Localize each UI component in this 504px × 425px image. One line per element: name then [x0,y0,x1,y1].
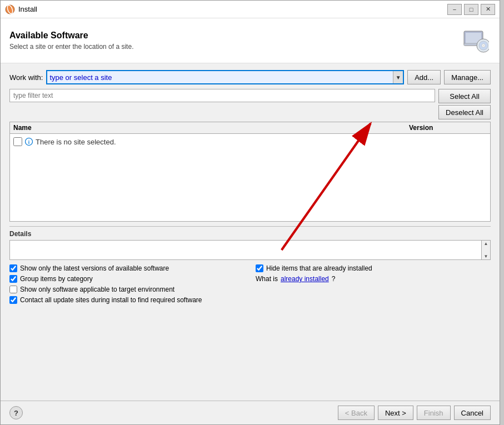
options-section: Show only the latest versions of availab… [9,264,491,304]
header-text: Available Software Select a site or ente… [9,31,460,51]
bottom-bar: ? < Back Next > Finish Cancel [1,401,500,424]
svg-point-0 [6,5,14,14]
window-controls: − □ ✕ [447,4,495,15]
option-hide-installed[interactable]: Hide items that are already installed [256,264,491,272]
already-installed-row: What is already installed ? [256,275,491,283]
target-environment-checkbox[interactable] [9,286,17,293]
add-button[interactable]: Add... [407,70,441,84]
scroll-down-icon[interactable]: ▼ [484,254,488,259]
what-is-suffix: ? [332,275,336,283]
cancel-button[interactable]: Cancel [454,406,491,420]
page-title: Available Software [9,31,460,41]
site-input-wrap: ▼ [46,70,404,84]
details-label: Details [9,230,491,238]
latest-versions-label: Show only the latest versions of availab… [20,264,169,272]
column-version: Version [409,124,487,132]
select-all-button[interactable]: Select All [438,89,491,103]
site-input[interactable] [47,71,393,83]
option-target-environment[interactable]: Show only software applicable to target … [9,286,244,293]
svg-point-8 [483,45,485,47]
latest-versions-checkbox[interactable] [9,264,17,272]
table-body: i There is no site selected. [10,134,490,221]
option-latest-versions[interactable]: Show only the latest versions of availab… [9,264,244,272]
dialog-title: Install [18,5,447,13]
manage-button[interactable]: Manage... [444,70,491,84]
options-col-1: Show only the latest versions of availab… [9,264,244,304]
option-group-by-category[interactable]: Group items by category [9,275,244,283]
info-icon: i [24,137,33,146]
back-button[interactable]: < Back [338,406,375,420]
header-icon [460,25,491,56]
row-name: There is no site selected. [36,138,487,146]
title-bar: Install − □ ✕ [1,1,500,18]
group-by-category-label: Group items by category [20,275,93,283]
hide-installed-label: Hide items that are already installed [266,264,372,272]
details-section: Details ▲ ▼ [9,226,491,260]
bottom-buttons: < Back Next > Finish Cancel [338,406,491,420]
deselect-all-button[interactable]: Deselect All [438,105,491,119]
work-with-row: Work with: ▼ Add... Manage... [9,70,491,84]
already-installed-link[interactable]: already installed [281,275,329,283]
scroll-up-icon[interactable]: ▲ [484,241,488,246]
app-icon [5,4,15,14]
contact-update-sites-checkbox[interactable] [9,296,17,304]
what-is-prefix: What is [256,275,278,283]
close-button[interactable]: ✕ [481,4,495,15]
svg-text:i: i [28,139,30,145]
contact-update-sites-label: Contact all update sites during install … [20,296,202,304]
page-subtitle: Select a site or enter the location of a… [9,43,460,51]
option-contact-update-sites[interactable]: Contact all update sites during install … [9,296,244,304]
details-content [10,241,481,259]
next-button[interactable]: Next > [378,406,413,420]
table-row: i There is no site selected. [13,136,487,147]
help-button[interactable]: ? [9,406,23,419]
software-table: Name Version i There is no site selected… [9,122,491,222]
details-scrollbar: ▲ ▼ [481,241,490,259]
options-col-2: Hide items that are already installed Wh… [256,264,491,304]
main-content: Work with: ▼ Add... Manage... Select All… [1,63,500,401]
hide-installed-checkbox[interactable] [256,264,263,272]
row-checkbox[interactable] [13,137,22,146]
maximize-button[interactable]: □ [464,4,478,15]
column-name: Name [13,124,409,132]
minimize-button[interactable]: − [447,4,462,15]
table-header: Name Version [10,122,490,134]
group-by-category-checkbox[interactable] [9,275,17,283]
header-section: Available Software Select a site or ente… [1,18,500,63]
target-environment-label: Show only software applicable to target … [20,286,174,293]
finish-button[interactable]: Finish [417,406,451,420]
site-dropdown-arrow[interactable]: ▼ [393,71,403,83]
details-box: ▲ ▼ [9,240,491,260]
filter-input[interactable] [9,89,435,102]
work-with-label: Work with: [9,73,43,82]
